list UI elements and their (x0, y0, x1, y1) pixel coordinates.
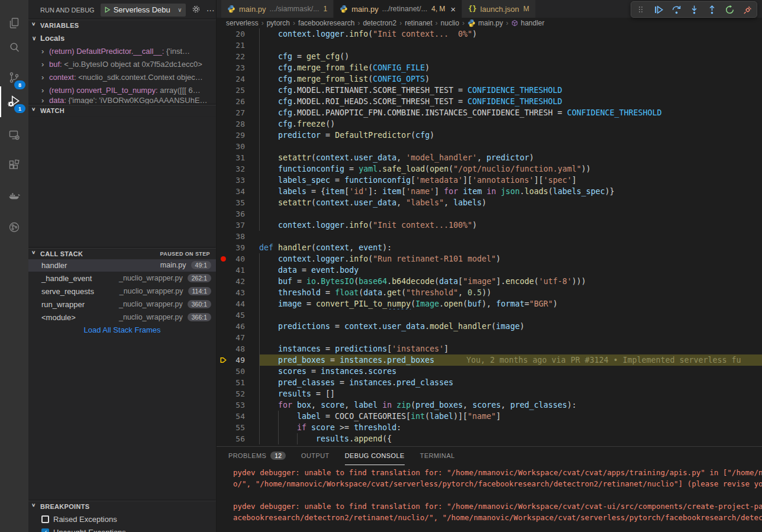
search-icon[interactable] (0, 35, 28, 60)
breakpoint-gutter[interactable] (217, 118, 230, 130)
variable-row[interactable]: ›data: {'image': 'iVBORw0KGgoAAAANSUhE… (28, 96, 216, 104)
code-line[interactable]: 38 (217, 231, 762, 242)
breakpoint-gutter[interactable] (217, 220, 230, 231)
variable-row[interactable]: ›buf: <_io.BytesIO object at 0x7f5a2dc1e… (28, 57, 216, 70)
stack-frame[interactable]: serve_requests_nuclio_wrapper.py114:1 (28, 285, 216, 298)
code-line[interactable]: 48 instances = predictions['instances'] (217, 343, 762, 354)
code-line[interactable]: 22 cfg = get_cfg() (217, 51, 762, 62)
code-line[interactable]: 50 scores = instances.scores (217, 366, 762, 377)
code-line[interactable]: 43 threshold = float(data.get("threshold… (217, 287, 762, 298)
panel-tab[interactable]: DEBUG CONSOLE (345, 447, 405, 465)
breakpoint-gutter[interactable] (217, 73, 230, 85)
close-icon[interactable]: × (451, 5, 456, 14)
code-line[interactable]: 53 for box, score, label in zip(pred_box… (217, 399, 762, 411)
breakpoint-gutter[interactable] (217, 130, 230, 141)
more-actions-icon[interactable]: ··· (206, 6, 215, 14)
code-line[interactable]: 35 setattr(context.user_data, "labels", … (217, 197, 762, 208)
code-line[interactable]: 54 label = COCO_CATEGORIES[int(label)]["… (217, 411, 762, 422)
breakpoint-gutter[interactable] (217, 309, 230, 321)
breakpoint-gutter[interactable] (217, 51, 230, 62)
code-line[interactable]: 29 predictor = DefaultPredictor(cfg) (217, 130, 762, 141)
breakpoint-gutter[interactable] (217, 399, 230, 411)
breakpoint-gutter[interactable] (217, 40, 230, 51)
breadcrumb-item[interactable]: nuclio (441, 19, 459, 27)
code-line[interactable]: 25 cfg.MODEL.RETINANET.SCORE_THRESH_TEST… (217, 85, 762, 96)
breakpoint-gutter[interactable] (217, 152, 230, 163)
continue-button[interactable] (653, 4, 664, 15)
code-line[interactable]: 24 cfg.merge_from_list(CONFIG_OPTS) (217, 73, 762, 85)
drag-grip-icon[interactable] (635, 4, 647, 15)
breadcrumb-item[interactable]: main.py (467, 19, 503, 27)
stack-frame[interactable]: <module>_nuclio_wrapper.py366:1 (28, 311, 216, 324)
breakpoint-gutter[interactable] (217, 141, 230, 152)
breakpoint-gutter[interactable] (217, 85, 230, 96)
breakpoint-gutter[interactable] (217, 197, 230, 208)
code-line[interactable]: 34 labels = {item['id']: item['name'] fo… (217, 186, 762, 197)
load-all-stack-frames-link[interactable]: Load All Stack Frames (28, 324, 216, 336)
code-line[interactable]: 49 pred_boxes = instances.pred_boxesYou,… (217, 354, 762, 366)
panel-tab[interactable]: PROBLEMS12 (228, 447, 286, 465)
breakpoints-section-header[interactable]: ∨ BREAKPOINTS (28, 501, 216, 512)
editor-tab[interactable]: {}launch.jsonM (462, 0, 535, 18)
stack-frame[interactable]: handlermain.py49:1 (28, 259, 216, 272)
watch-section-header[interactable]: ∨ WATCH (28, 105, 216, 116)
start-debug-icon[interactable] (104, 7, 111, 13)
git-graph-icon[interactable] (0, 215, 28, 240)
breadcrumb-item[interactable]: detectron2 (363, 19, 396, 27)
code-line[interactable]: 37 context.logger.info("Init context...1… (217, 220, 762, 231)
restart-button[interactable] (724, 4, 735, 15)
breakpoint-item[interactable]: Raised Exceptions (28, 512, 216, 525)
breadcrumb-item[interactable]: pytorch (267, 19, 290, 27)
breakpoint-gutter[interactable] (217, 276, 230, 287)
breakpoint-gutter[interactable] (217, 287, 230, 298)
code-line[interactable]: 27 cfg.MODEL.PANOPTIC_FPN.COMBINE.INSTAN… (217, 107, 762, 118)
step-over-button[interactable] (670, 4, 682, 15)
breakpoint-gutter[interactable] (217, 96, 230, 107)
code-line[interactable]: 41 data = event.body (217, 265, 762, 276)
code-line[interactable]: 26 cfg.MODEL.ROI_HEADS.SCORE_THRESH_TEST… (217, 96, 762, 107)
breadcrumb-item[interactable]: serverless (226, 19, 259, 27)
panel-tab[interactable]: TERMINAL (420, 447, 455, 465)
code-line[interactable]: 55 if score >= threshold: (217, 422, 762, 433)
run-and-debug-icon[interactable]: 1 (0, 89, 28, 114)
breakpoint-gutter[interactable] (217, 354, 230, 366)
breakpoint-gutter[interactable] (217, 298, 230, 309)
code-line[interactable]: 45 (217, 309, 762, 321)
step-out-button[interactable] (706, 4, 718, 15)
code-line[interactable]: 51 pred_classes = instances.pred_classes (217, 377, 762, 388)
variable-row[interactable]: ›(return) DefaultPredictor.__call__: {'i… (28, 44, 216, 57)
breakpoint-gutter[interactable] (217, 377, 230, 388)
code-line[interactable]: 20 context.logger.info("Init context... … (217, 28, 762, 40)
breakpoint-gutter[interactable] (217, 388, 230, 399)
code-line[interactable]: 40 context.logger.info("Run retinanet-R1… (217, 253, 762, 265)
source-control-icon[interactable]: 8 (0, 65, 28, 90)
breakpoint-gutter[interactable] (217, 208, 230, 220)
breakpoint-gutter[interactable] (217, 242, 230, 253)
editor-tab[interactable]: main.py.../siammask/...1 (221, 0, 334, 18)
code-line[interactable]: 21 (217, 40, 762, 51)
explorer-icon[interactable] (0, 11, 28, 36)
breakpoint-gutter[interactable] (217, 265, 230, 276)
disconnect-button[interactable] (741, 4, 753, 15)
breakpoint-gutter[interactable] (217, 62, 230, 73)
code-line[interactable]: 30 (217, 141, 762, 152)
panel-tab[interactable]: OUTPUT (301, 447, 330, 465)
breakpoint-gutter[interactable] (217, 163, 230, 175)
stack-frame[interactable]: _handle_event_nuclio_wrapper.py262:1 (28, 272, 216, 285)
breadcrumb-item[interactable]: retinanet (405, 19, 432, 27)
breadcrumb-item[interactable]: facebookresearch (298, 19, 354, 27)
code-line[interactable]: 36 (217, 208, 762, 220)
breadcrumb-item[interactable]: handler (511, 19, 544, 27)
breakpoint-gutter[interactable] (217, 107, 230, 118)
remote-explorer-icon[interactable] (0, 122, 28, 147)
code-line[interactable]: 33 labels_spec = functionconfig['metadat… (217, 175, 762, 186)
breakpoint-gutter[interactable] (217, 175, 230, 186)
breakpoint-gutter[interactable] (217, 366, 230, 377)
code-line[interactable]: 46 predictions = context.user_data.model… (217, 321, 762, 332)
call-stack-section-header[interactable]: ∨ CALL STACK PAUSED ON STEP (28, 248, 216, 259)
breakpoint-gutter[interactable] (217, 253, 230, 265)
breakpoint-gutter[interactable] (217, 28, 230, 40)
breakpoint-gutter[interactable] (217, 343, 230, 354)
breakpoint-item[interactable]: ✓Uncaught Exceptions (28, 525, 216, 532)
gear-icon[interactable] (192, 5, 201, 15)
